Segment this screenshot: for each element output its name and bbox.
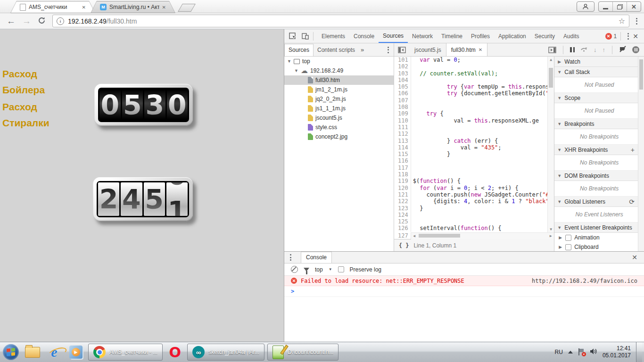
caret-down-icon[interactable]: ▼ [557,199,561,204]
devtools-tab-security[interactable]: Security [530,29,559,43]
browser-tab[interactable]: AMS_счетчики✕ [10,1,95,13]
devtools-close-button[interactable]: ✕ [633,33,638,40]
clear-console-icon[interactable] [291,266,298,273]
listener-category-animation[interactable]: ▶Animation [554,233,644,242]
taskbar-chrome-task-button[interactable]: AMS_счетчики - ... [88,344,163,361]
taskbar-opera-button[interactable]: O [164,343,186,362]
console-prompt[interactable]: > [284,286,644,297]
sidebar-section-breakpoints[interactable]: ▼Breakpoints [554,119,644,129]
devtools-tab-network[interactable]: Network [408,29,437,43]
sidebar-section-scope[interactable]: ▼Scope [554,93,644,103]
pause-script-button[interactable] [570,47,575,52]
pause-on-exceptions-button[interactable] [632,46,639,53]
caret-down-icon[interactable]: ▼ [557,225,561,230]
step-over-button[interactable] [580,46,588,53]
scroll-down-icon[interactable]: ▼ [548,227,554,231]
tree-item-concept2.jpg[interactable]: concept2.jpg [284,132,394,141]
sidebar-section-global-listeners[interactable]: ▼Global Listeners⟳ [554,197,644,207]
taskbar-start-button[interactable] [0,343,22,362]
filter-icon[interactable] [304,268,309,272]
close-tab-icon[interactable]: ✕ [162,5,166,10]
file-tab[interactable]: jscount5.js [410,43,446,56]
tree-item-jq2_0_2m.js[interactable]: jq2_0_2m.js [284,94,394,104]
browser-menu-button[interactable] [636,18,637,25]
console-tab[interactable]: Console [301,252,332,263]
tree-item-192.168.2.49[interactable]: ▼☁192.168.2.49 [284,66,394,75]
restore-button[interactable] [613,2,627,11]
caret-down-icon[interactable]: ▼ [557,122,561,126]
page-info-icon[interactable]: i [57,17,64,25]
tree-item-full30.htm[interactable]: full30.htm [284,75,394,85]
navigator-tab[interactable]: Sources [284,44,314,56]
caret-right-icon[interactable]: ▶ [558,235,562,240]
devtools-menu-button[interactable] [627,33,629,40]
scroll-thumb[interactable] [549,68,553,88]
scroll-right-icon[interactable]: ▶ [547,234,554,238]
category-checkbox[interactable] [565,244,571,250]
drawer-menu-button[interactable] [290,254,291,261]
tree-item-js1_1_1m.js[interactable]: js1_1_1m.js [284,104,394,113]
taskbar-media-player-button[interactable]: ▶ [65,343,87,362]
address-bar[interactable]: i 192.168.2.49/full30.htm ☆ [52,15,629,27]
scroll-left-icon[interactable]: ◀ [411,234,418,238]
caret-down-icon[interactable]: ▼ [557,173,561,178]
error-source-link[interactable]: http://192.168.2.49/favicon.ico [532,278,637,284]
devtools-tab-elements[interactable]: Elements [317,29,349,43]
step-out-button[interactable]: ↑ [603,46,606,53]
devtools-tab-audits[interactable]: Audits [559,29,583,43]
context-dropdown-icon[interactable]: ▼ [329,267,332,272]
execution-context-select[interactable]: top [315,266,323,273]
tree-item-top[interactable]: ▼top [284,57,394,66]
caret-down-icon[interactable]: ▼ [557,96,561,100]
bookmark-star-icon[interactable]: ☆ [619,16,625,25]
forward-button[interactable]: → [22,16,31,25]
caret-right-icon[interactable]: ▶ [557,59,561,64]
sidebar-section-xhr-breakpoints[interactable]: ▼XHR Breakpoints+ [554,145,644,155]
devtools-tab-sources[interactable]: Sources [379,29,408,43]
taskbar-notepadpp-task-button[interactable]: D:\count\count.h... [267,344,339,361]
code-editor[interactable]: 101 var val = 0;102103 // counter.setVal… [394,57,554,232]
browser-tab[interactable]: MSmartLiving.ru • Активны✕ [91,1,175,13]
close-window-button[interactable]: ✕ [627,2,641,11]
step-into-button[interactable]: ↓ [594,46,597,53]
refresh-button[interactable] [38,16,46,26]
close-drawer-button[interactable]: ✕ [632,254,644,261]
caret-right-icon[interactable]: ▶ [558,245,562,249]
devtools-tab-profiles[interactable]: Profiles [467,29,494,43]
devtools-tab-application[interactable]: Application [494,29,530,43]
taskbar-internet-explorer-button[interactable]: e [43,343,65,362]
file-tab[interactable]: full30.htm✕ [446,43,487,56]
devtools-tab-timeline[interactable]: Timeline [437,29,467,43]
show-desktop-button[interactable] [636,342,642,362]
tree-caret-icon[interactable]: ▼ [294,68,298,73]
new-tab-button[interactable] [178,4,196,12]
category-checkbox[interactable] [565,235,571,241]
tree-caret-icon[interactable]: ▼ [287,59,291,64]
hide-navigator-icon[interactable] [398,43,406,56]
close-tab-icon[interactable]: ✕ [82,5,86,10]
deactivate-breakpoints-button[interactable] [619,46,627,54]
profile-button[interactable] [577,1,594,12]
listener-category-clipboard[interactable]: ▶Clipboard [554,242,644,251]
taskbar-arduino-task-button[interactable]: ∞sketch_jan04a | Ar... [187,344,264,361]
sidebar-section-watch[interactable]: ▶Watch [554,57,644,67]
devtools-tab-console[interactable]: Console [349,29,379,43]
taskbar-clock[interactable]: 12:4105.01.2017 [603,345,631,359]
tree-item-style.css[interactable]: style.css [284,123,394,132]
tree-item-jscount5.js[interactable]: jscount5.js [284,113,394,123]
editor-horizontal-scrollbar[interactable]: 127 ◀ ▶ [394,232,554,239]
action-center-flag-icon[interactable]: ✕ [578,348,585,356]
caret-down-icon[interactable]: ▼ [557,70,561,74]
editor-vertical-scrollbar[interactable]: ▲ ▼ [547,57,554,232]
preserve-log-checkbox[interactable] [338,266,344,272]
navigator-tab[interactable]: Content scripts [314,45,359,55]
show-drawer-icon[interactable] [548,47,556,53]
sidebar-scrollbar[interactable] [638,57,644,251]
inspect-element-icon[interactable] [289,33,297,40]
language-indicator[interactable]: RU [555,349,563,355]
tree-item-jm1_2_1m.js[interactable]: jm1_2_1m.js [284,85,394,94]
sidebar-section-dom-breakpoints[interactable]: ▼DOM Breakpoints [554,171,644,181]
pretty-print-button[interactable]: { } [399,242,409,249]
device-toolbar-icon[interactable] [302,33,309,40]
taskbar-explorer-button[interactable] [22,343,43,362]
